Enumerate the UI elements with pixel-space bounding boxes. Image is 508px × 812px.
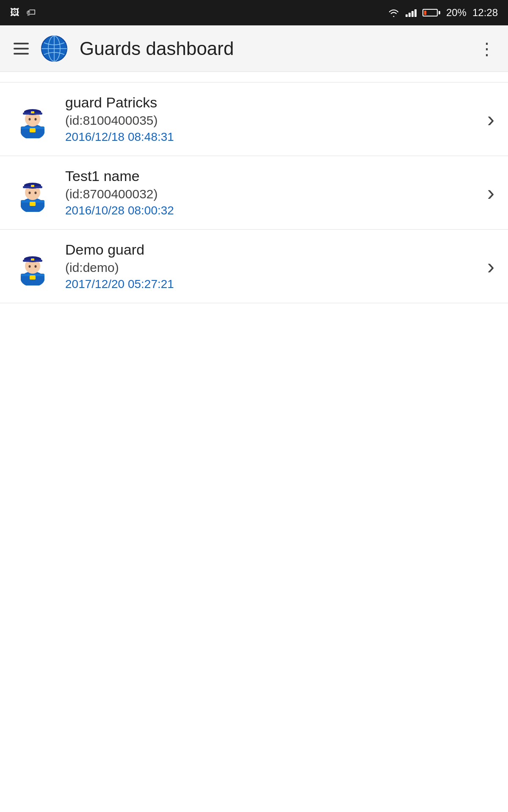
guard-info-2: Demo guard (id:demo) 2017/12/20 05:27:21 xyxy=(65,241,480,291)
guard-id-2: (id:demo) xyxy=(65,261,480,275)
svg-point-22 xyxy=(35,192,37,194)
globe-icon xyxy=(41,35,68,62)
app-icon-2: 🏷 xyxy=(26,7,36,18)
svg-rect-20 xyxy=(31,185,34,187)
svg-rect-25 xyxy=(30,202,36,206)
guard-date-1: 2016/10/28 08:00:32 xyxy=(65,204,480,217)
guard-avatar-2 xyxy=(14,247,52,285)
toolbar-left: Guards dashboard xyxy=(14,35,234,62)
svg-point-33 xyxy=(35,265,37,268)
clock: 12:28 xyxy=(472,7,498,19)
toolbar: Guards dashboard ⋮ xyxy=(0,25,508,72)
guard-info-0: guard Patricks (id:8100400035) 2016/12/1… xyxy=(65,94,480,144)
wifi-icon xyxy=(388,8,400,17)
status-bar-left: 🖼 🏷 xyxy=(10,7,36,18)
guard-item-1[interactable]: Test1 name (id:8700400032) 2016/10/28 08… xyxy=(0,156,508,230)
guard-id-1: (id:8700400032) xyxy=(65,187,480,201)
chevron-right-icon-1: › xyxy=(487,180,494,206)
guard-avatar-0 xyxy=(14,100,52,138)
svg-point-11 xyxy=(35,118,37,121)
svg-rect-31 xyxy=(31,258,34,261)
hamburger-menu-button[interactable] xyxy=(14,43,29,55)
guard-item-0[interactable]: guard Patricks (id:8100400035) 2016/12/1… xyxy=(0,82,508,156)
guard-name-2: Demo guard xyxy=(65,241,480,258)
svg-point-10 xyxy=(29,118,31,121)
guard-id-0: (id:8100400035) xyxy=(65,113,480,128)
guard-info-1: Test1 name (id:8700400032) 2016/10/28 08… xyxy=(65,168,480,217)
battery-percent: 20% xyxy=(446,7,467,19)
guard-date-2: 2017/12/20 05:27:21 xyxy=(65,277,480,291)
guard-date-0: 2016/12/18 08:48:31 xyxy=(65,130,480,144)
svg-point-21 xyxy=(29,192,31,194)
status-bar-right: 20% 12:28 xyxy=(388,7,498,19)
overflow-menu-button[interactable]: ⋮ xyxy=(478,40,494,57)
status-bar: 🖼 🏷 20% 12:28 xyxy=(0,0,508,25)
svg-rect-36 xyxy=(30,275,36,280)
guard-list: guard Patricks (id:8100400035) 2016/12/1… xyxy=(0,82,508,303)
guard-name-0: guard Patricks xyxy=(65,94,480,111)
page-title: Guards dashboard xyxy=(80,38,234,59)
app-icon-1: 🖼 xyxy=(10,7,19,18)
guard-name-1: Test1 name xyxy=(65,168,480,184)
battery-icon xyxy=(422,9,440,16)
svg-point-32 xyxy=(29,265,31,268)
svg-rect-9 xyxy=(31,111,34,113)
chevron-right-icon-0: › xyxy=(487,107,494,132)
guard-avatar-1 xyxy=(14,174,52,212)
signal-bars-icon xyxy=(406,8,417,17)
guard-item-2[interactable]: Demo guard (id:demo) 2017/12/20 05:27:21… xyxy=(0,230,508,303)
chevron-right-icon-2: › xyxy=(487,254,494,279)
svg-rect-14 xyxy=(30,128,36,132)
